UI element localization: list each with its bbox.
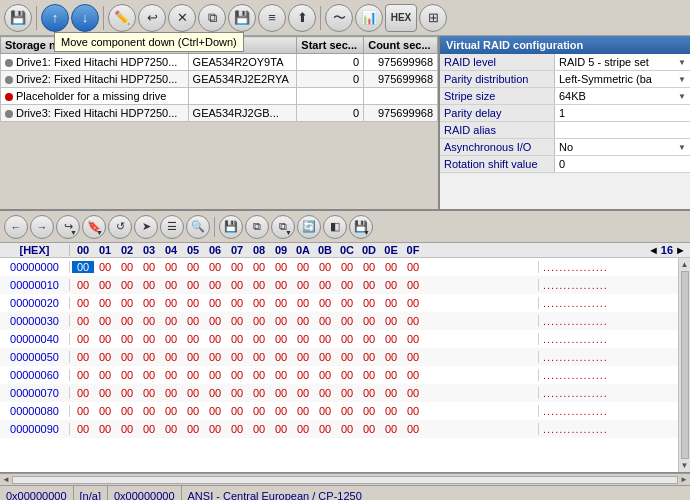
- hex-byte[interactable]: 00: [380, 279, 402, 291]
- hex-byte[interactable]: 00: [270, 369, 292, 381]
- hex-byte[interactable]: 00: [248, 279, 270, 291]
- hex-byte[interactable]: 00: [182, 297, 204, 309]
- hex-byte[interactable]: 00: [182, 333, 204, 345]
- hex-byte[interactable]: 00: [204, 405, 226, 417]
- storage-row[interactable]: Drive3: Fixed Hitachi HDP7250... GEA534R…: [1, 105, 438, 122]
- hex-byte[interactable]: 00: [248, 315, 270, 327]
- hex-byte[interactable]: 00: [402, 369, 424, 381]
- hex-byte[interactable]: 00: [182, 315, 204, 327]
- hex-byte[interactable]: 00: [292, 405, 314, 417]
- scroll-track[interactable]: [681, 271, 689, 459]
- hex-byte[interactable]: 00: [182, 279, 204, 291]
- reload-btn[interactable]: 🔄: [297, 215, 321, 239]
- hex-byte[interactable]: 00: [116, 297, 138, 309]
- hex-byte[interactable]: 00: [314, 351, 336, 363]
- hex-byte[interactable]: 00: [94, 297, 116, 309]
- hex-byte[interactable]: 00: [160, 333, 182, 345]
- hex-byte[interactable]: 00: [138, 369, 160, 381]
- layers-btn[interactable]: ≡: [258, 4, 286, 32]
- hex-byte[interactable]: 00: [336, 369, 358, 381]
- hex-byte[interactable]: 00: [358, 351, 380, 363]
- hex-byte[interactable]: 00: [72, 261, 94, 273]
- hex-byte[interactable]: 00: [336, 387, 358, 399]
- hex-byte[interactable]: 00: [226, 387, 248, 399]
- hex-byte[interactable]: 00: [380, 387, 402, 399]
- hex-byte[interactable]: 00: [94, 387, 116, 399]
- hex-byte[interactable]: 00: [138, 279, 160, 291]
- hex-byte[interactable]: 00: [116, 315, 138, 327]
- wave-btn[interactable]: 〜: [325, 4, 353, 32]
- hex-byte[interactable]: 00: [270, 297, 292, 309]
- scroll-up-arrow[interactable]: ▲: [681, 260, 689, 269]
- hex-byte[interactable]: 00: [160, 261, 182, 273]
- hex-byte[interactable]: 00: [116, 279, 138, 291]
- hex-byte[interactable]: 00: [336, 423, 358, 435]
- hex-byte[interactable]: 00: [160, 315, 182, 327]
- hex-byte[interactable]: 00: [226, 405, 248, 417]
- grid-btn[interactable]: ⊞: [419, 4, 447, 32]
- hex-byte[interactable]: 00: [270, 351, 292, 363]
- hex-byte[interactable]: 00: [358, 279, 380, 291]
- hex-byte[interactable]: 00: [292, 261, 314, 273]
- hex-byte[interactable]: 00: [270, 387, 292, 399]
- hex-byte[interactable]: 00: [116, 261, 138, 273]
- hex-byte[interactable]: 00: [402, 333, 424, 345]
- hex-byte[interactable]: 00: [94, 423, 116, 435]
- hex-byte[interactable]: 00: [248, 387, 270, 399]
- hex-byte[interactable]: 00: [226, 333, 248, 345]
- hex-byte[interactable]: 00: [292, 297, 314, 309]
- raid-row-value[interactable]: 64KB ▼: [555, 88, 690, 104]
- hex-byte[interactable]: 00: [94, 261, 116, 273]
- hex-byte[interactable]: 00: [336, 279, 358, 291]
- disk-icon-btn[interactable]: 💾: [4, 4, 32, 32]
- hex-byte[interactable]: 00: [292, 387, 314, 399]
- hex-byte[interactable]: 00: [226, 351, 248, 363]
- storage-row[interactable]: Drive2: Fixed Hitachi HDP7250... GEA534R…: [1, 71, 438, 88]
- hex-byte[interactable]: 00: [116, 423, 138, 435]
- close-btn[interactable]: ✕: [168, 4, 196, 32]
- hex-byte[interactable]: 00: [72, 315, 94, 327]
- hex-byte[interactable]: 00: [402, 405, 424, 417]
- hex-byte[interactable]: 00: [358, 423, 380, 435]
- save2-btn[interactable]: 💾: [219, 215, 243, 239]
- hex-byte[interactable]: 00: [248, 297, 270, 309]
- page-right-arrow[interactable]: ►: [675, 244, 686, 256]
- hex-byte[interactable]: 00: [72, 279, 94, 291]
- hex-byte[interactable]: 00: [292, 279, 314, 291]
- hex-byte[interactable]: 00: [380, 405, 402, 417]
- hex-byte[interactable]: 00: [182, 351, 204, 363]
- hex-byte[interactable]: 00: [138, 333, 160, 345]
- scroll-down-arrow[interactable]: ▼: [681, 461, 689, 470]
- hex-byte[interactable]: 00: [160, 297, 182, 309]
- storage-row[interactable]: Placeholder for a missing drive: [1, 88, 438, 105]
- hex-byte[interactable]: 00: [72, 297, 94, 309]
- hex-byte[interactable]: 00: [138, 405, 160, 417]
- hex-byte[interactable]: 00: [248, 333, 270, 345]
- search-btn[interactable]: 🔍: [186, 215, 210, 239]
- hex-byte[interactable]: 00: [138, 423, 160, 435]
- hex-byte[interactable]: 00: [116, 369, 138, 381]
- hex-byte[interactable]: 00: [248, 369, 270, 381]
- hex-byte[interactable]: 00: [72, 351, 94, 363]
- hex-byte[interactable]: 00: [358, 297, 380, 309]
- hex-byte[interactable]: 00: [314, 333, 336, 345]
- hex-byte[interactable]: 00: [94, 369, 116, 381]
- hex-byte[interactable]: 00: [160, 279, 182, 291]
- hex-byte[interactable]: 00: [204, 387, 226, 399]
- hex-byte[interactable]: 00: [226, 279, 248, 291]
- hex-byte[interactable]: 00: [116, 333, 138, 345]
- hscroll-track[interactable]: [12, 476, 678, 484]
- hex-byte[interactable]: 00: [380, 261, 402, 273]
- hex-byte[interactable]: 00: [336, 261, 358, 273]
- hex-byte[interactable]: 00: [226, 261, 248, 273]
- hex-byte[interactable]: 00: [94, 405, 116, 417]
- goto-btn[interactable]: ➤: [134, 215, 158, 239]
- copy3-btn[interactable]: ⧉▼: [271, 215, 295, 239]
- save3-btn[interactable]: 💾▼: [349, 215, 373, 239]
- hex-byte[interactable]: 00: [204, 423, 226, 435]
- hex-byte[interactable]: 00: [402, 297, 424, 309]
- hex-byte[interactable]: 00: [314, 261, 336, 273]
- raid-row-value[interactable]: Left-Symmetric (ba ▼: [555, 71, 690, 87]
- hex-byte[interactable]: 00: [270, 333, 292, 345]
- hex-byte[interactable]: 00: [402, 387, 424, 399]
